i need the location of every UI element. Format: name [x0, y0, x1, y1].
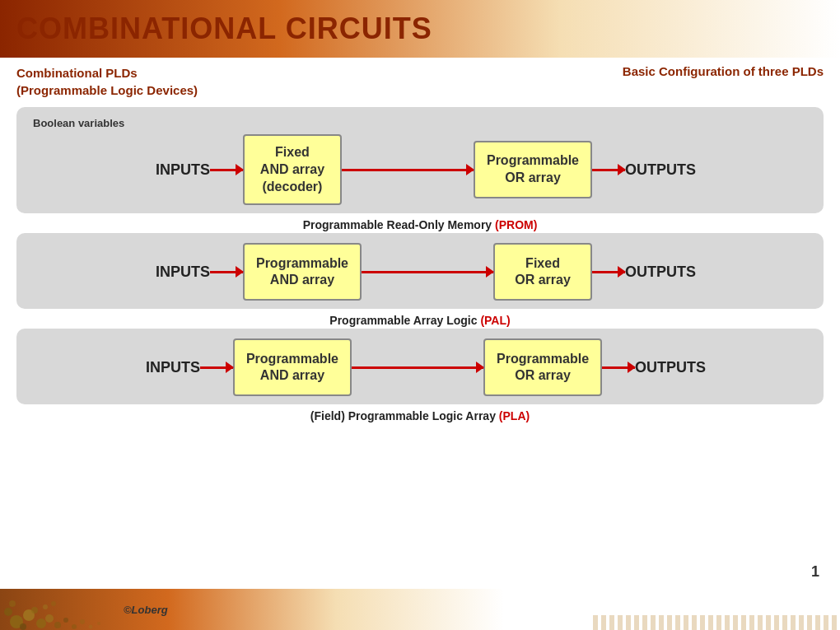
- pal-arrow-mid-line: [362, 271, 493, 273]
- pla-box1: ProgrammableAND array: [233, 338, 352, 396]
- pal-caption-highlight: (PAL): [480, 314, 510, 327]
- pla-arrow-mid-line: [352, 366, 483, 369]
- pla-diagram-row: INPUTS ProgrammableAND array Programmabl…: [33, 338, 807, 396]
- svg-point-14: [89, 625, 93, 629]
- footer: ©Loberg: [0, 589, 840, 630]
- pla-inputs-label: INPUTS: [134, 359, 200, 376]
- svg-point-15: [97, 622, 100, 625]
- subtitle-row: Combinational PLDs (Programmable Logic D…: [0, 58, 840, 104]
- footer-decoration: [0, 589, 107, 630]
- pla-outputs-label: OUTPUTS: [635, 359, 706, 376]
- prom-caption: Programmable Read-Only Memory (PROM): [16, 218, 824, 231]
- prom-arrow-in-line: [210, 169, 243, 171]
- pla-panel: INPUTS ProgrammableAND array Programmabl…: [16, 329, 824, 404]
- svg-point-11: [51, 601, 56, 606]
- prom-diagram-row: INPUTS FixedAND array(decoder) Programma…: [33, 134, 807, 205]
- prom-box2: ProgrammableOR array: [474, 141, 592, 198]
- pla-caption: (Field) Programmable Logic Array (PLA): [16, 409, 824, 422]
- footer-dots-right: [593, 615, 840, 630]
- prom-arrow-mid: [342, 169, 474, 171]
- pal-box1: ProgrammableAND array: [243, 243, 362, 301]
- prom-caption-highlight: (PROM): [495, 218, 537, 231]
- pal-arrow-in: [210, 271, 243, 273]
- svg-point-13: [80, 619, 85, 624]
- boolean-label: Boolean variables: [33, 117, 807, 129]
- prom-arrow-out-line: [592, 169, 625, 171]
- svg-point-8: [9, 600, 16, 607]
- pal-box2: FixedOR array: [493, 243, 592, 301]
- pal-panel: INPUTS ProgrammableAND array FixedOR arr…: [16, 233, 824, 309]
- svg-point-3: [4, 608, 12, 616]
- pal-outputs-label: OUTPUTS: [625, 264, 696, 281]
- pal-arrow-mid: [362, 271, 493, 273]
- pla-box2: ProgrammableOR array: [483, 338, 602, 396]
- pla-caption-highlight: (PLA): [499, 409, 530, 422]
- prom-inputs-label: INPUTS: [144, 161, 210, 179]
- pal-caption: Programmable Array Logic (PAL): [16, 314, 824, 327]
- svg-point-10: [63, 618, 68, 623]
- pal-arrow-out: [592, 271, 625, 273]
- prom-arrow-out: [592, 169, 625, 171]
- svg-point-7: [54, 622, 61, 628]
- prom-panel: Boolean variables INPUTS FixedAND array(…: [16, 107, 824, 213]
- svg-point-2: [36, 618, 46, 628]
- pal-diagram-row: INPUTS ProgrammableAND array FixedOR arr…: [33, 243, 807, 301]
- pla-arrow-in-line: [200, 366, 233, 369]
- svg-point-6: [31, 607, 38, 614]
- prom-outputs-label: OUTPUTS: [625, 161, 696, 179]
- page-number: 1: [811, 563, 819, 581]
- pla-arrow-in: [200, 366, 233, 369]
- prom-box1: FixedAND array(decoder): [243, 134, 342, 205]
- page-title: COMBINATIONAL CIRCUITS: [16, 12, 432, 46]
- svg-point-12: [72, 624, 77, 629]
- header: COMBINATIONAL CIRCUITS: [0, 0, 840, 58]
- footer-copyright: ©Loberg: [124, 604, 168, 616]
- subtitle-left: Combinational PLDs (Programmable Logic D…: [16, 64, 198, 99]
- svg-point-9: [43, 604, 48, 609]
- diagrams-area: Boolean variables INPUTS FixedAND array(…: [0, 104, 840, 422]
- pal-arrow-out-line: [592, 271, 625, 273]
- prom-arrow-in: [210, 169, 243, 171]
- pal-inputs-label: INPUTS: [144, 264, 210, 281]
- pla-arrow-mid: [352, 366, 483, 369]
- svg-point-4: [45, 614, 54, 623]
- pal-arrow-in-line: [210, 271, 243, 273]
- svg-point-5: [20, 623, 26, 630]
- subtitle-right: Basic Configuration of three PLDs: [623, 64, 824, 99]
- pla-arrow-out-line: [602, 366, 635, 369]
- pla-arrow-out: [602, 366, 635, 369]
- prom-arrow-mid-line: [342, 169, 474, 171]
